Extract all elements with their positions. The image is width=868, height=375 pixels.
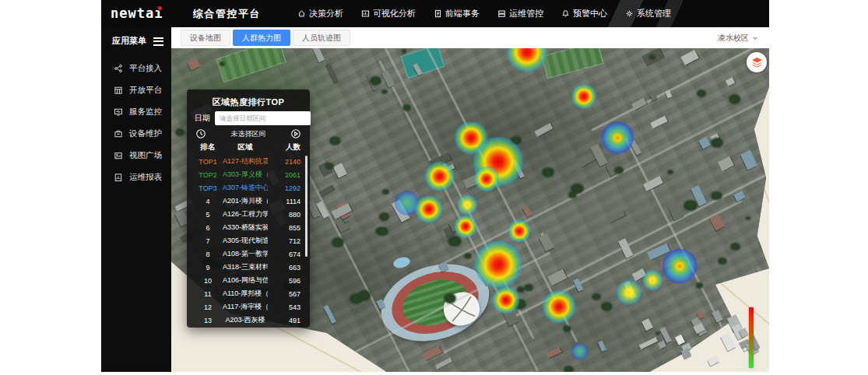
brand-logo[interactable]: newtai xyxy=(111,5,163,22)
tree-cluster xyxy=(464,253,472,259)
history-clock-icon[interactable] xyxy=(195,128,206,139)
rank-cell: TOP2 xyxy=(193,171,223,179)
tree-cluster xyxy=(696,282,703,289)
tree-cluster xyxy=(568,191,577,198)
nav-item-前端事务[interactable]: 前端事务 xyxy=(434,8,480,19)
nav-item-决策分析[interactable]: 决策分析 xyxy=(297,8,343,19)
count-cell: 596 xyxy=(268,277,300,285)
table-row[interactable]: 10A106-网络与信息…596 xyxy=(187,274,310,287)
region-cell: A305-现代制造技… xyxy=(223,236,268,246)
nav-item-可视化分析[interactable]: 可视化分析 xyxy=(361,8,416,19)
building xyxy=(726,77,736,86)
tab-人群热力图[interactable]: 人群热力图 xyxy=(233,30,290,46)
tree-cluster xyxy=(711,191,722,200)
tree-cluster xyxy=(711,138,723,148)
region-cell: A330-桥隧实验室 xyxy=(223,223,268,233)
count-cell: 712 xyxy=(268,237,300,245)
page-title: 综合管控平台 xyxy=(193,7,261,21)
tree-cluster xyxy=(697,89,707,97)
region-ranking-panel: 区域热度排行TOP 日期 未选择区间 排名区域人数 TOP1A127-结构抗震试… xyxy=(187,89,310,328)
column-header: 人数 xyxy=(268,142,300,152)
building xyxy=(756,268,764,277)
building xyxy=(171,359,182,369)
play-icon[interactable] xyxy=(290,128,301,139)
region-cell: A307-铸造中心 xyxy=(223,183,268,193)
rank-cell: 9 xyxy=(193,264,223,272)
nav-item-预警中心[interactable]: 预警中心 xyxy=(561,8,607,19)
range-status-text: 未选择区间 xyxy=(231,129,266,139)
ranking-table: TOP1A127-结构抗震试…2140TOP2A303-厚义楼（材…2061TO… xyxy=(187,155,310,327)
layers-button[interactable] xyxy=(747,52,767,72)
tab-设备地图[interactable]: 设备地图 xyxy=(181,30,230,46)
region-cell: A318-三束材料实… xyxy=(223,262,268,272)
table-row[interactable]: 8A108-第一教学馆674 xyxy=(187,247,310,261)
building xyxy=(718,156,734,171)
map-tabs: 设备地图人群热力图人员轨迹图 xyxy=(181,30,350,46)
count-cell: 855 xyxy=(268,224,300,232)
report-icon xyxy=(114,173,123,182)
count-cell: 880 xyxy=(268,211,300,219)
sidebar-item-label: 服务监控 xyxy=(129,107,162,117)
doc-icon xyxy=(434,9,442,18)
table-row[interactable]: 11A110-厚邦楼（建…567 xyxy=(187,287,310,300)
building xyxy=(392,199,410,223)
nav-item-运维管控[interactable]: 运维管控 xyxy=(497,8,543,19)
panel-scrollbar[interactable] xyxy=(305,156,307,257)
sidebar: 应用菜单 平台接入开放平台服务监控设备维护视图广场运维报表 xyxy=(101,27,171,372)
count-cell: 1114 xyxy=(268,198,300,205)
building xyxy=(707,355,719,366)
app-window: newtai 综合管控平台 决策分析可视化分析前端事务运维管控预警中心系统管理 … xyxy=(101,0,769,372)
campus-selector[interactable]: 凌水校区 xyxy=(718,27,758,48)
building xyxy=(631,97,647,110)
rank-cell: 11 xyxy=(193,290,223,298)
table-row[interactable]: TOP2A303-厚义楼（材…2061 xyxy=(187,168,310,181)
sidebar-menu: 平台接入开放平台服务监控设备维护视图广场运维报表 xyxy=(101,58,171,188)
table-row[interactable]: 9A318-三束材料实…663 xyxy=(187,261,310,274)
tree-cluster xyxy=(601,302,613,311)
table-row[interactable]: 5A126-工程力学系880 xyxy=(187,208,310,221)
table-row[interactable]: 7A305-现代制造技…712 xyxy=(187,234,310,247)
campus-road xyxy=(592,48,769,131)
sidebar-title: 应用菜单 xyxy=(112,35,146,47)
device-icon xyxy=(114,129,123,138)
layers-icon xyxy=(751,57,763,68)
column-header: 区域 xyxy=(223,142,268,152)
rank-cell: 7 xyxy=(193,237,223,245)
count-cell: 491 xyxy=(268,317,300,324)
date-range-input[interactable] xyxy=(215,111,311,125)
sidebar-item-开放平台[interactable]: 开放平台 xyxy=(101,79,171,101)
rank-cell: TOP1 xyxy=(193,158,223,166)
nav-item-label: 预警中心 xyxy=(573,8,607,19)
region-cell: A108-第一教学馆 xyxy=(223,249,268,259)
campus-selector-label: 凌水校区 xyxy=(718,33,749,44)
building xyxy=(631,268,646,281)
table-row[interactable]: TOP1A127-结构抗震试…2140 xyxy=(187,155,310,168)
tree-cluster xyxy=(378,227,388,236)
tree-cluster xyxy=(426,203,435,210)
table-row[interactable]: 12A117-海宇楼（运…543 xyxy=(187,300,310,314)
sidebar-item-视图广场[interactable]: 视图广场 xyxy=(101,145,171,166)
nav-item-系统管理[interactable]: 系统管理 xyxy=(625,8,671,19)
sidebar-item-运维报表[interactable]: 运维报表 xyxy=(101,166,171,188)
grid-icon xyxy=(114,86,123,95)
building xyxy=(463,172,486,189)
heat-legend xyxy=(749,307,754,368)
table-row[interactable]: 6A330-桥隧实验室855 xyxy=(187,221,310,234)
table-row[interactable]: 4A201-海川楼（经…1114 xyxy=(187,195,310,208)
region-cell: A126-工程力学系 xyxy=(223,209,268,219)
tree-cluster xyxy=(684,200,697,211)
sidebar-item-平台接入[interactable]: 平台接入 xyxy=(101,58,171,79)
tree-cluster xyxy=(402,49,407,54)
building xyxy=(624,281,637,300)
table-row[interactable]: 13A203-西灰楼491 xyxy=(187,314,310,327)
tab-人员轨迹图[interactable]: 人员轨迹图 xyxy=(293,30,350,46)
tree-cluster xyxy=(448,236,462,247)
menu-collapse-icon[interactable] xyxy=(153,37,163,46)
campus-map[interactable]: 区域热度排行TOP 日期 未选择区间 排名区域人数 TOP1A127-结构抗震试… xyxy=(171,48,769,372)
region-cell: A106-网络与信息… xyxy=(223,275,268,286)
sidebar-item-服务监控[interactable]: 服务监控 xyxy=(101,101,171,123)
table-row[interactable]: TOP3A307-铸造中心1292 xyxy=(187,181,310,195)
sidebar-item-设备维护[interactable]: 设备维护 xyxy=(101,123,171,145)
building xyxy=(641,318,653,331)
building xyxy=(326,63,339,83)
